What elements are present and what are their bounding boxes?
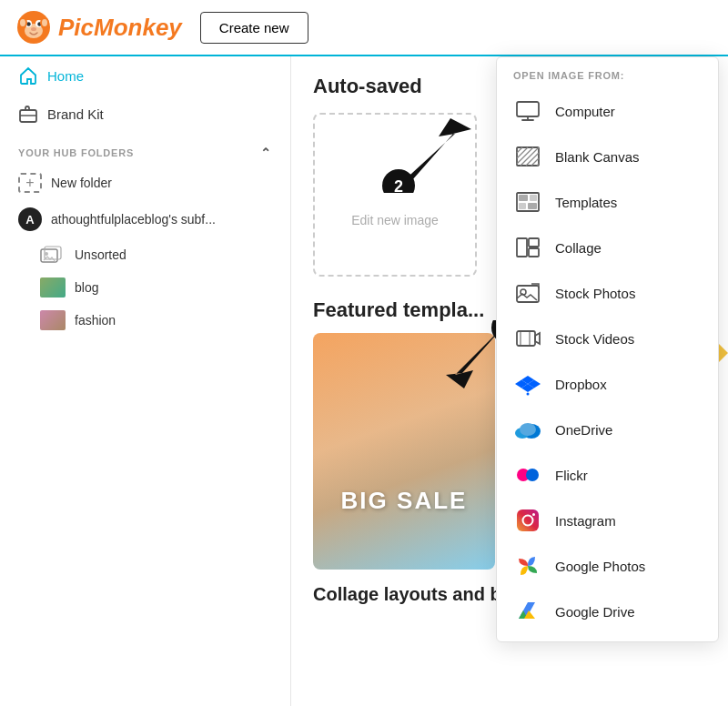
dropdown-item-templates[interactable]: Templates [497, 179, 718, 225]
stock-videos-label: Stock Videos [555, 331, 634, 347]
collage-label: Collage [555, 240, 602, 256]
templates-icon [513, 187, 542, 217]
svg-rect-32 [519, 203, 526, 209]
google-photos-label: Google Photos [555, 559, 645, 574]
dropdown-item-google-drive[interactable]: Google Drive [497, 589, 718, 634]
svg-rect-31 [530, 195, 537, 201]
dropbox-label: Dropbox [555, 377, 607, 392]
blog-label: blog [75, 280, 98, 295]
open-image-dropdown: OPEN IMAGE FROM: Computer Blank Canvas [496, 56, 719, 642]
template-card-text: BIG SALE [313, 487, 495, 515]
account-folder-item[interactable]: A athoughtfulplaceblog's subf... [0, 200, 290, 238]
fashion-thumbnail [40, 310, 66, 330]
topbar: PicMonkey Create new [0, 0, 728, 56]
picmonkey-logo-icon [15, 8, 53, 46]
google-drive-icon [513, 597, 542, 626]
svg-rect-48 [517, 509, 539, 531]
brand-kit-label: Brand Kit [47, 106, 104, 122]
sidebar-item-home[interactable]: Home [0, 56, 290, 95]
onedrive-icon [513, 415, 542, 444]
subfolder-blog[interactable]: blog [0, 271, 290, 304]
unsorted-label: Unsorted [75, 247, 126, 262]
stock-videos-icon [513, 324, 542, 353]
new-folder-icon: + [18, 173, 42, 193]
blank-canvas-label: Blank Canvas [555, 149, 640, 165]
home-label: Home [47, 68, 84, 84]
dropdown-item-stock-videos[interactable]: Stock Videos [497, 316, 718, 361]
computer-label: Computer [555, 104, 615, 119]
svg-rect-36 [529, 248, 539, 257]
stock-photos-icon [513, 278, 542, 308]
stock-photos-label: Stock Photos [555, 286, 635, 301]
new-folder-label: New folder [51, 176, 112, 190]
home-icon [18, 66, 38, 86]
hub-folders-section-title: YOUR HUB FOLDERS ⌃ [0, 133, 290, 166]
instagram-label: Instagram [555, 513, 616, 529]
onedrive-label: OneDrive [555, 422, 612, 438]
computer-icon [513, 96, 542, 126]
subfolder-fashion[interactable]: fashion [0, 304, 290, 337]
dropdown-section-label: OPEN IMAGE FROM: [497, 65, 718, 88]
fashion-label: fashion [75, 313, 116, 328]
dropdown-item-collage[interactable]: Collage [497, 225, 718, 270]
dropdown-item-onedrive[interactable]: OneDrive [497, 407, 718, 452]
templates-label: Templates [555, 195, 617, 210]
images-icon [40, 245, 66, 265]
flickr-label: Flickr [555, 468, 588, 483]
svg-rect-33 [528, 203, 537, 209]
svg-point-10 [31, 27, 36, 31]
arrow-2-overlay: 2 [382, 111, 491, 197]
svg-point-9 [42, 19, 47, 26]
dropdown-item-blank-canvas[interactable]: Blank Canvas [497, 134, 718, 179]
dropdown-item-flickr[interactable]: Flickr [497, 452, 718, 498]
blog-thumbnail [40, 277, 66, 298]
dropdown-item-dropbox[interactable]: Dropbox [497, 361, 718, 407]
svg-point-47 [526, 469, 539, 481]
svg-point-15 [45, 252, 48, 256]
new-folder-item[interactable]: + New folder [0, 166, 290, 200]
svg-point-7 [20, 19, 25, 26]
avatar: A [18, 207, 42, 231]
svg-rect-39 [517, 331, 535, 346]
sidebar-item-brand-kit[interactable]: Brand Kit [0, 95, 290, 133]
instagram-icon [513, 506, 542, 535]
dropdown-item-computer[interactable]: Computer [497, 88, 718, 134]
dropdown-item-stock-photos[interactable]: Stock Photos [497, 270, 718, 316]
collage-icon [513, 233, 542, 262]
briefcase-icon [18, 104, 38, 124]
svg-rect-13 [41, 249, 57, 262]
svg-rect-35 [529, 238, 539, 247]
dropdown-item-instagram[interactable]: Instagram [497, 498, 718, 543]
logo: PicMonkey [15, 8, 182, 46]
subfolder-unsorted[interactable]: Unsorted [0, 238, 290, 271]
logo-text: PicMonkey [58, 14, 182, 42]
create-new-button[interactable]: Create new [200, 12, 308, 44]
edit-new-label: Edit new image [351, 213, 439, 227]
svg-line-25 [521, 147, 539, 166]
dropdown-item-google-photos[interactable]: Google Photos [497, 543, 718, 589]
blank-canvas-icon [513, 142, 542, 171]
svg-point-50 [532, 513, 535, 516]
google-drive-label: Google Drive [555, 604, 635, 620]
sidebar: Home Brand Kit YOUR HUB FOLDERS ⌃ + New … [0, 56, 291, 706]
svg-line-23 [517, 147, 528, 158]
svg-text:2: 2 [394, 177, 403, 193]
svg-line-26 [526, 153, 539, 166]
svg-rect-20 [517, 102, 539, 116]
svg-rect-30 [519, 195, 528, 201]
svg-point-45 [520, 423, 536, 436]
dropbox-icon [513, 369, 542, 398]
chevron-up-icon[interactable]: ⌃ [260, 146, 272, 160]
account-name-label: athoughtfulplaceblog's subf... [51, 212, 216, 227]
svg-point-42 [527, 393, 530, 396]
svg-rect-34 [517, 238, 527, 257]
flickr-icon [513, 460, 542, 489]
google-photos-icon [513, 551, 542, 580]
